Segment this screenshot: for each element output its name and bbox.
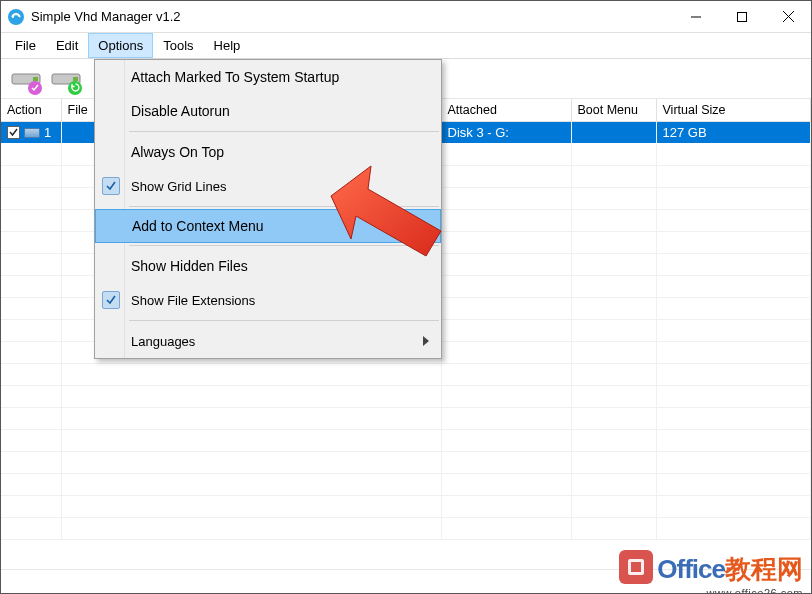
check-icon: [102, 291, 120, 309]
menu-show-grid-lines-label: Show Grid Lines: [131, 179, 226, 194]
options-dropdown: Attach Marked To System Startup Disable …: [94, 59, 442, 359]
drive-icon: [24, 128, 40, 138]
svg-rect-7: [33, 77, 38, 81]
menu-show-file-extensions-label: Show File Extensions: [131, 293, 255, 308]
toolbar-refresh-button[interactable]: [47, 61, 85, 97]
menu-always-on-top[interactable]: Always On Top: [95, 135, 441, 169]
toolbar-attach-button[interactable]: [7, 61, 45, 97]
titlebar: Simple Vhd Manager v1.2: [1, 1, 811, 33]
menu-show-hidden-files[interactable]: Show Hidden Files: [95, 249, 441, 283]
row-boot-menu: [571, 122, 656, 144]
col-action[interactable]: Action: [1, 99, 61, 122]
window-title: Simple Vhd Manager v1.2: [31, 9, 673, 24]
maximize-button[interactable]: [719, 1, 765, 33]
menu-languages-label: Languages: [131, 334, 195, 349]
row-action-label: 1: [44, 125, 51, 140]
check-icon: [102, 177, 120, 195]
menu-file[interactable]: File: [5, 33, 46, 58]
app-icon: [7, 8, 25, 26]
submenu-arrow-icon: [423, 334, 429, 349]
menu-show-grid-lines[interactable]: Show Grid Lines: [95, 169, 441, 203]
menu-show-file-extensions[interactable]: Show File Extensions: [95, 283, 441, 317]
footer: [1, 569, 811, 593]
menu-help[interactable]: Help: [204, 33, 251, 58]
row-checkbox[interactable]: [7, 126, 20, 139]
svg-point-0: [8, 9, 24, 25]
close-button[interactable]: [765, 1, 811, 33]
row-virtual-size: 127 GB: [656, 122, 811, 144]
menu-options[interactable]: Options: [88, 33, 153, 58]
col-boot-menu[interactable]: Boot Menu: [571, 99, 656, 122]
refresh-badge-icon: [68, 81, 82, 95]
svg-rect-3: [738, 12, 747, 21]
menu-attach-startup[interactable]: Attach Marked To System Startup: [95, 60, 441, 94]
menu-add-context-menu[interactable]: Add to Context Menu: [95, 209, 441, 243]
svg-rect-9: [73, 77, 78, 81]
menu-tools[interactable]: Tools: [153, 33, 203, 58]
col-virtual-size[interactable]: Virtual Size: [656, 99, 811, 122]
col-attached[interactable]: Attached: [441, 99, 571, 122]
menubar: File Edit Options Tools Help: [1, 33, 811, 59]
row-attached: Disk 3 - G:: [441, 122, 571, 144]
svg-point-1: [12, 16, 14, 18]
menu-edit[interactable]: Edit: [46, 33, 88, 58]
menu-languages[interactable]: Languages: [95, 324, 441, 358]
minimize-button[interactable]: [673, 1, 719, 33]
menu-disable-autorun[interactable]: Disable Autorun: [95, 94, 441, 128]
check-badge-icon: [28, 81, 42, 95]
